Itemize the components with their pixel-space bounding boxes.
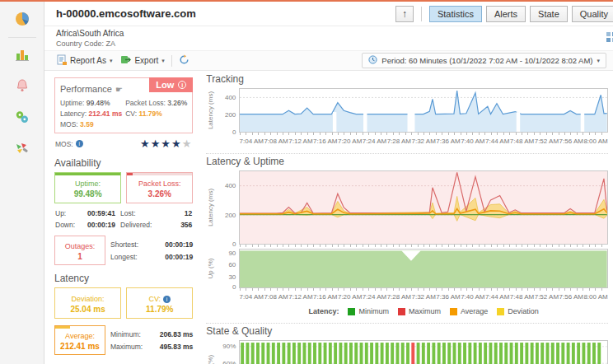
- state-quality-chart[interactable]: [239, 340, 608, 364]
- sidebar-item-alerts[interactable]: [10, 74, 35, 99]
- host-group: Africa\South Africa: [56, 29, 613, 38]
- chevron-down-icon: ▾: [110, 58, 113, 64]
- alerts-bell-icon: [14, 77, 30, 96]
- legend-swatch: [497, 308, 504, 315]
- export-button[interactable]: Export ▾: [116, 53, 168, 68]
- latency-uptime-section: Latency & Uptime Latency (ms) 400 200 0 …: [206, 153, 608, 317]
- x-tick-label: 7:52 AM: [535, 293, 559, 301]
- tab-statistics[interactable]: Statistics: [429, 6, 482, 22]
- x-tick-label: 7:16 AM: [313, 293, 337, 301]
- average-box: Average: 212.41 ms: [54, 325, 105, 355]
- legend-swatch: [450, 308, 457, 315]
- period-selector[interactable]: Period: 60 Minutes (10/1/2022 7:02 AM - …: [362, 53, 606, 68]
- x-tick-label: 7:56 AM: [559, 138, 583, 145]
- latency-uptime-chart[interactable]: [239, 170, 608, 245]
- latency-uptime-x-axis: 7:04 AM7:08 AM7:12 AM7:16 AM7:20 AM7:24 …: [239, 293, 608, 303]
- outages-row: Outages: 1 Shortest:00:00:19 Longest:00:…: [54, 236, 193, 265]
- x-tick-label: 7:12 AM: [288, 138, 312, 145]
- performance-low-badge[interactable]: Lowi: [149, 77, 193, 92]
- refresh-button[interactable]: [175, 53, 194, 68]
- content-column: h-00000.emcosoftware.com ↑ Statistics Al…: [44, 2, 613, 364]
- legend-item: Maximum: [398, 307, 441, 315]
- latency-uptime-y-axis: Latency (ms) 400 200 0: [206, 170, 239, 245]
- chevron-down-icon: ▾: [597, 58, 600, 64]
- outages-box: Outages: 1: [54, 236, 105, 265]
- latency-value: 212.41 ms: [89, 110, 123, 118]
- availability-stats: Up:00:59:41 Lost:12 Down:00:00:19 Delive…: [55, 209, 192, 229]
- x-tick-label: 7:48 AM: [510, 293, 534, 301]
- chevron-down-icon: ▾: [161, 58, 165, 64]
- x-tick-label: 7:44 AM: [485, 293, 509, 301]
- x-tick-label: 7:08 AM: [264, 293, 288, 301]
- latency-header: Latency: [54, 273, 193, 284]
- x-tick-label: 7:36 AM: [436, 138, 460, 145]
- x-tick-label: 7:40 AM: [461, 293, 484, 301]
- panel-corner-icon[interactable]: [606, 31, 613, 44]
- clock-icon: [368, 55, 377, 66]
- x-tick-label: 7:16 AM: [313, 138, 337, 145]
- x-tick-label: 7:04 AM: [240, 293, 264, 301]
- sidebar-item-charts[interactable]: [10, 43, 35, 68]
- uptime-strip: [55, 173, 120, 175]
- average-strip: [55, 326, 70, 329]
- sidebar-item-statistics[interactable]: [10, 7, 35, 32]
- cv-value: 11.79%: [138, 110, 161, 118]
- x-tick-label: 7:32 AM: [411, 293, 435, 301]
- tracking-section: Tracking Latency (ms) 400 200 0 7:04 AM7…: [206, 73, 608, 147]
- bar-chart-icon: [14, 46, 30, 65]
- packet-loss-value: 3.26%: [167, 99, 187, 107]
- section-title-latency-uptime: Latency & Uptime: [206, 156, 608, 170]
- stats-panel: Performance ☛ Lowi Uptime: 99.48% Packet…: [44, 71, 199, 364]
- toolbar-divider: [171, 55, 172, 67]
- report-icon: [57, 54, 67, 67]
- mos-rating-row: MOS:i ★★★★★: [55, 138, 192, 150]
- legend-item: Deviation: [497, 307, 539, 315]
- packet-loss-box: Packet Loss: 3.26%: [126, 172, 193, 203]
- x-tick-label: 7:56 AM: [559, 293, 583, 301]
- x-tick-label: 7:40 AM: [461, 138, 484, 145]
- performance-panel: Performance ☛ Lowi Uptime: 99.48% Packet…: [54, 77, 193, 133]
- tracking-x-axis: 7:04 AM7:08 AM7:12 AM7:16 AM7:20 AM7:24 …: [239, 138, 608, 147]
- x-tick-label: 7:12 AM: [288, 293, 312, 301]
- mos-value: 3.59: [80, 120, 94, 128]
- x-tick-label: 7:48 AM: [510, 138, 534, 145]
- up-percent-chart[interactable]: [239, 249, 608, 288]
- tab-state[interactable]: State: [530, 6, 568, 22]
- x-tick-label: 7:32 AM: [411, 138, 435, 145]
- hand-cursor-icon: ☛: [115, 85, 123, 94]
- tab-alerts[interactable]: Alerts: [486, 6, 526, 22]
- availability-header: Availability: [54, 157, 193, 169]
- up-percent-y-axis: Up (%) 90 60 30 0: [206, 249, 239, 288]
- sidebar-item-tools[interactable]: [10, 137, 35, 161]
- app-window: h-00000.emcosoftware.com ↑ Statistics Al…: [0, 2, 613, 364]
- x-tick-label: 8:00 AM: [583, 138, 607, 145]
- sidebar-divider: [8, 37, 36, 38]
- x-tick-label: 7:36 AM: [436, 293, 460, 301]
- title-bar: h-00000.emcosoftware.com ↑ Statistics Al…: [44, 2, 613, 26]
- deviation-box: Deviation: 25.04 ms: [54, 287, 121, 319]
- outage-durations: Shortest:00:00:19 Longest:00:00:19: [110, 236, 193, 265]
- tracking-chart[interactable]: [239, 88, 608, 133]
- availability-boxes: Uptime: 99.48% Packet Loss: 3.26%: [54, 172, 193, 203]
- x-tick-label: 7:24 AM: [363, 293, 386, 301]
- min-max-stats: Minimum:206.83 ms Maximum:495.83 ms: [110, 325, 193, 355]
- x-tick-label: 7:20 AM: [338, 138, 362, 145]
- legend-item: Average: [450, 307, 488, 315]
- legend-item: Minimum: [348, 307, 389, 315]
- info-icon: i: [76, 140, 83, 147]
- x-tick-label: 7:28 AM: [387, 138, 411, 145]
- tab-quality[interactable]: Quality: [572, 6, 613, 22]
- mos-stars: ★★★★★: [140, 138, 192, 150]
- average-row: Average: 212.41 ms Minimum:206.83 ms Max…: [54, 325, 193, 355]
- collapse-up-button[interactable]: ↑: [395, 6, 414, 22]
- x-tick-label: 7:20 AM: [338, 293, 362, 301]
- report-as-button[interactable]: Report As ▾: [53, 53, 116, 68]
- host-subheader: Africa\South Africa Country Code: ZA: [44, 26, 613, 51]
- cv-box: CV:i 11.79%: [126, 287, 193, 319]
- sidebar-item-status[interactable]: [10, 105, 35, 130]
- info-icon: i: [163, 296, 171, 303]
- state-quality-y-axis: Good (%) 90% 60%: [206, 340, 239, 364]
- performance-header: Performance ☛ Lowi: [60, 82, 187, 96]
- state-quality-section: State & Quality Good (%) 90% 60%: [206, 323, 608, 364]
- button-divider: [421, 7, 422, 21]
